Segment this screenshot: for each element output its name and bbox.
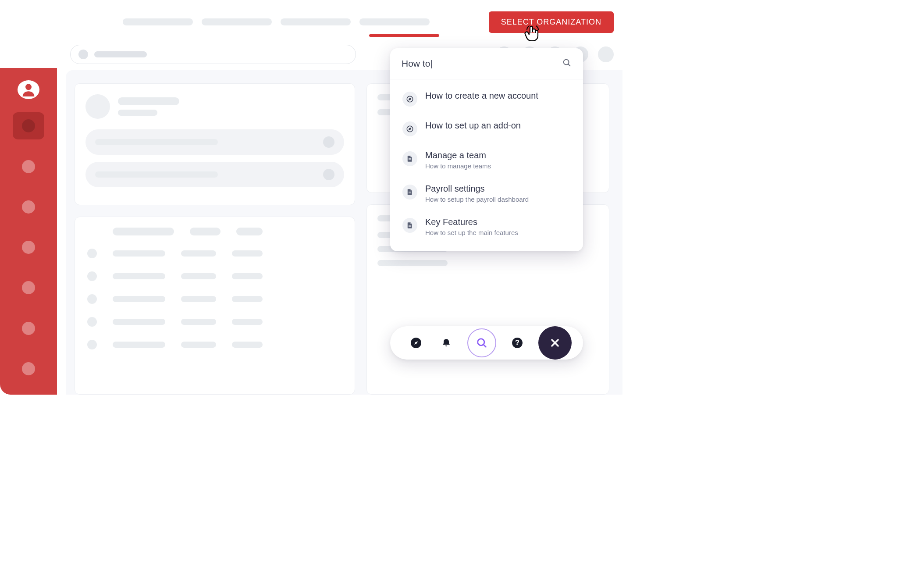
table-header-placeholder — [190, 228, 221, 235]
table-header-placeholder — [236, 228, 263, 235]
table-card — [75, 217, 355, 395]
nav-tab-placeholder[interactable] — [359, 18, 430, 25]
help-result-subtitle: How to set up the main features — [425, 229, 518, 236]
placeholder-text — [118, 97, 179, 105]
help-result-title: Key Features — [425, 217, 518, 227]
search-avatar-icon — [78, 50, 88, 59]
table-row[interactable] — [87, 271, 342, 281]
sidebar-item-placeholder[interactable] — [13, 234, 44, 261]
search-icon — [476, 337, 488, 349]
help-search-popover: How to create a new account How to set u… — [390, 48, 583, 251]
svg-rect-10 — [409, 193, 411, 193]
help-result-item[interactable]: How to create a new account — [390, 84, 583, 114]
help-search-bar — [390, 48, 583, 79]
list-row-placeholder[interactable] — [85, 162, 344, 187]
help-result-item[interactable]: Manage a team How to manage teams — [390, 143, 583, 177]
help-icon: ? — [512, 337, 523, 349]
sidebar-item-placeholder[interactable] — [13, 314, 44, 342]
svg-rect-7 — [409, 158, 411, 159]
sidebar-item-placeholder[interactable] — [13, 153, 44, 180]
svg-text:?: ? — [515, 339, 519, 346]
user-avatar[interactable] — [18, 80, 39, 99]
placeholder-text — [118, 110, 157, 116]
help-widget-bar: ? — [390, 326, 583, 360]
profile-card — [75, 83, 355, 205]
table-row[interactable] — [87, 340, 342, 349]
card-avatar — [85, 94, 110, 119]
nav-tab-placeholder[interactable] — [123, 18, 193, 25]
help-result-item[interactable]: How to set up an add-on — [390, 114, 583, 143]
help-result-title: Manage a team — [425, 150, 491, 160]
widget-close-button[interactable] — [538, 326, 572, 360]
svg-marker-4 — [409, 98, 411, 100]
list-row-placeholder[interactable] — [85, 129, 344, 155]
nav-tab-placeholder[interactable] — [281, 18, 351, 25]
user-icon — [20, 81, 37, 99]
help-results-list: How to create a new account How to set u… — [390, 79, 583, 251]
close-icon — [549, 337, 561, 349]
svg-rect-11 — [409, 225, 411, 225]
svg-marker-6 — [409, 128, 411, 130]
help-result-item[interactable]: Key Features How to set up the main feat… — [390, 210, 583, 243]
help-result-subtitle: How to setup the payroll dashboard — [425, 196, 529, 203]
help-result-title: How to set up an add-on — [425, 121, 521, 131]
table-row[interactable] — [87, 294, 342, 304]
help-result-item[interactable]: Payroll settings How to setup the payrol… — [390, 177, 583, 210]
sidebar-item-placeholder[interactable] — [13, 193, 44, 221]
table-header-placeholder — [113, 228, 174, 235]
table-row[interactable] — [87, 249, 342, 258]
nav-tab-placeholder[interactable] — [202, 18, 272, 25]
document-icon — [402, 151, 417, 166]
help-result-subtitle: How to manage teams — [425, 162, 491, 170]
search-placeholder-text — [94, 51, 147, 57]
sidebar-item-active[interactable] — [13, 112, 44, 139]
svg-rect-9 — [409, 192, 411, 192]
help-result-title: Payroll settings — [425, 184, 529, 194]
svg-line-16 — [484, 345, 486, 347]
document-icon — [402, 185, 417, 200]
compass-icon — [402, 121, 417, 136]
sidebar-item-placeholder[interactable] — [13, 274, 44, 301]
svg-line-2 — [568, 64, 570, 66]
cursor-pointer-icon — [524, 25, 541, 46]
top-icon-placeholder[interactable] — [598, 46, 614, 62]
help-result-title: How to create a new account — [425, 91, 538, 101]
widget-compass-button[interactable] — [407, 334, 425, 352]
widget-help-button[interactable]: ? — [508, 334, 526, 352]
nav-tabs — [123, 18, 430, 25]
global-search-input[interactable] — [70, 45, 356, 64]
svg-rect-8 — [409, 160, 411, 160]
compass-icon — [402, 92, 417, 107]
svg-point-0 — [25, 84, 32, 90]
svg-rect-12 — [409, 226, 411, 227]
document-icon — [402, 218, 417, 233]
help-search-input[interactable] — [402, 58, 562, 69]
table-row[interactable] — [87, 317, 342, 327]
sidebar-item-placeholder[interactable] — [13, 355, 44, 382]
select-organization-button[interactable]: SELECT ORGANIZATION — [489, 11, 614, 33]
nav-tab-active-indicator — [369, 34, 439, 37]
app-frame: SELECT ORGANIZATION — [0, 0, 631, 395]
sidebar — [0, 68, 57, 395]
bell-icon — [441, 338, 452, 348]
widget-notifications-button[interactable] — [437, 334, 455, 352]
widget-search-button[interactable] — [467, 328, 496, 357]
search-icon — [562, 58, 572, 69]
